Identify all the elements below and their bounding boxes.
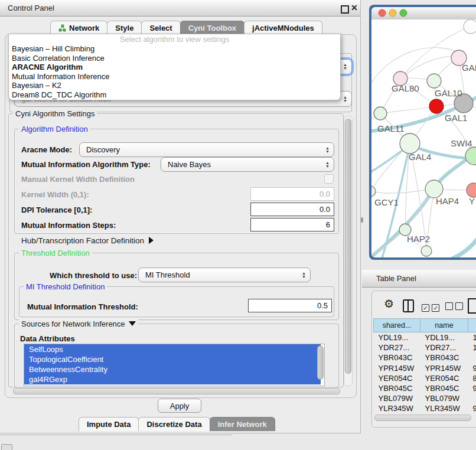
cyni-bottom-tabs: Impute Data Discretize Data Infer Networ…: [79, 417, 275, 431]
unselect-all-columns-icon[interactable]: [445, 302, 463, 312]
kernel-width-field[interactable]: 0.0: [250, 187, 334, 201]
node-table: shared... name YDL19...YDL19...13 YDR27.…: [373, 318, 476, 424]
minimize-traffic-light[interactable]: [389, 9, 396, 17]
algorithm-dropdown-list: Select algorithm to view settings Bayesi…: [8, 34, 341, 100]
list-scrollbar[interactable]: [317, 345, 324, 380]
application-desktop: Control Panel Network Style Select Cyni …: [0, 0, 476, 450]
table-panel-body: ✓ ✓ shared... name YDL19...YDL19...13 YD…: [371, 291, 476, 428]
table-row[interactable]: YPR145WYPR145W9.: [374, 363, 476, 373]
hub-definition-expander[interactable]: Hub/Transcription Factor Definition: [21, 236, 154, 245]
node-gal11[interactable]: [374, 107, 387, 120]
dropdown-item-basic-correlation[interactable]: Basic Correlation Inference: [9, 54, 340, 63]
node-unnamed-top[interactable]: [464, 19, 476, 34]
tab-discretize-data[interactable]: Discretize Data: [138, 417, 210, 431]
data-attributes-label: Data Attributes: [20, 334, 75, 343]
label-gal10: GAL10: [435, 88, 462, 98]
node-gcy1[interactable]: [371, 186, 376, 197]
float-window-icon[interactable]: [341, 5, 349, 14]
zoom-traffic-light[interactable]: [400, 9, 407, 17]
apply-button[interactable]: Apply: [158, 399, 201, 413]
network-icon: [58, 24, 66, 32]
dropdown-item-aracne[interactable]: ARACNE Algorithm: [9, 63, 340, 72]
mi-threshold-label: Mutual Information Threshold:: [27, 302, 138, 311]
tab-select-label: Select: [149, 21, 172, 35]
list-item[interactable]: SelfLoops: [24, 344, 321, 354]
tab-impute-data[interactable]: Impute Data: [79, 417, 139, 431]
aracne-mode-combo[interactable]: Discovery ▲▼: [79, 142, 334, 157]
node-swi4[interactable]: [465, 147, 476, 165]
column-shared-name[interactable]: shared...: [374, 319, 420, 332]
gear-icon[interactable]: [384, 297, 394, 311]
mi-steps-value: 6: [326, 220, 330, 229]
column-name[interactable]: name: [420, 319, 468, 332]
hub-definition-label: Hub/Transcription Factor Definition: [21, 236, 144, 245]
table-row[interactable]: YDL19...YDL19...13: [374, 332, 476, 343]
dropdown-item-mutual-information[interactable]: Mutual Information Inference: [9, 72, 340, 81]
control-panel-titlebar: Control Panel: [0, 0, 360, 17]
tab-network[interactable]: Network: [50, 21, 107, 35]
traffic-lights: [377, 8, 413, 18]
tab-jactivemnodules[interactable]: jActiveMNodules: [244, 21, 322, 35]
tab-cyni-toolbox[interactable]: Cyni Toolbox: [180, 21, 244, 35]
dropdown-item-bayesian-hill-climbing[interactable]: Bayesian – Hill Climbing: [9, 44, 340, 54]
table-hscrollbar-thumb[interactable]: [374, 415, 471, 421]
close-icon[interactable]: [351, 3, 358, 12]
export-table-icon[interactable]: [468, 298, 476, 314]
list-item[interactable]: gal4RGexp: [24, 374, 321, 384]
mi-type-combo[interactable]: Naive Bayes ▲▼: [161, 157, 334, 172]
table-row[interactable]: YBR045CYBR045C9.: [374, 383, 476, 393]
label-hap2: HAP2: [407, 234, 430, 244]
dpi-tolerance-field[interactable]: 0.0: [250, 203, 334, 216]
dropdown-placeholder: Select algorithm to view settings: [9, 34, 340, 44]
network-canvas[interactable]: GAL GAL80 GAL10 GAL1 GAL11 GAL4 SWI4 GCY…: [371, 19, 476, 257]
table-row[interactable]: YBR043CYBR043C: [374, 353, 476, 363]
mi-threshold-field[interactable]: 0.5: [248, 299, 332, 312]
node-gal4[interactable]: [400, 133, 420, 154]
label-gal4: GAL4: [409, 152, 431, 162]
node-gal1[interactable]: [429, 99, 444, 113]
tab-style[interactable]: Style: [107, 21, 142, 35]
tab-network-label: Network: [69, 21, 99, 35]
label-hap4: HAP4: [436, 196, 459, 206]
settings-vscrollbar-thumb[interactable]: [345, 119, 351, 374]
collapsed-panel-icon[interactable]: [1, 444, 12, 450]
label-gal1: GAL1: [445, 113, 467, 123]
combo-stepper-icon: ▲▼: [302, 272, 306, 279]
panel-divider: [0, 435, 232, 435]
data-attributes-list[interactable]: SelfLoops TopologicalCoefficient Between…: [24, 344, 325, 386]
settings-hscrollbar-thumb[interactable]: [13, 388, 340, 394]
table-row[interactable]: YDR27...YDR27...12: [374, 343, 476, 353]
mi-steps-field[interactable]: 6: [250, 218, 334, 231]
table-row[interactable]: YER054CYER054C8.: [374, 373, 476, 383]
mi-threshold-value: 0.5: [317, 301, 328, 310]
which-threshold-combo[interactable]: MI Threshold ▲▼: [138, 268, 311, 282]
table-hscrollbar-track[interactable]: [373, 413, 476, 422]
list-item[interactable]: BetweennessCentrality: [24, 364, 321, 374]
manual-kernel-checkbox[interactable]: [324, 174, 334, 184]
attr-gal4rgexp: gal4RGexp: [29, 375, 67, 384]
mi-steps-label: Mutual Information Steps:: [21, 221, 116, 230]
tab-infer-network[interactable]: Infer Network: [210, 417, 275, 431]
close-traffic-light[interactable]: [379, 9, 386, 17]
aracne-mode-value: Discovery: [86, 145, 120, 154]
combo-stepper-icon: ▲▼: [325, 146, 330, 154]
table-row[interactable]: YLR345WYLR345W9.: [374, 403, 476, 413]
control-panel-title: Control Panel: [8, 4, 54, 12]
tab-jactivemnodules-label: jActiveMNodules: [252, 21, 314, 35]
column-partial[interactable]: [468, 319, 476, 332]
node-hap4[interactable]: [425, 180, 443, 198]
columns-icon[interactable]: [403, 299, 414, 312]
table-row[interactable]: YBL079WYBL079W: [374, 393, 476, 403]
dpi-tolerance-value: 0.0: [319, 205, 330, 214]
node-salmon[interactable]: [467, 183, 476, 197]
select-all-columns-icon[interactable]: ✓ ✓: [422, 302, 439, 312]
tab-select[interactable]: Select: [141, 21, 180, 35]
dropdown-item-dream8[interactable]: Dream8 DC_TDC Algorithm: [9, 90, 340, 100]
node-bottom[interactable]: [421, 246, 432, 256]
splitter-grip[interactable]: [361, 217, 363, 223]
dropdown-item-bayesian-k2[interactable]: Bayesian – K2: [9, 81, 340, 90]
settings-vscrollbar-track[interactable]: [344, 116, 353, 386]
combo-stepper-icon: ▲▼: [343, 63, 347, 70]
list-item[interactable]: TopologicalCoefficient: [24, 354, 321, 364]
node-gal10[interactable]: [427, 74, 441, 88]
